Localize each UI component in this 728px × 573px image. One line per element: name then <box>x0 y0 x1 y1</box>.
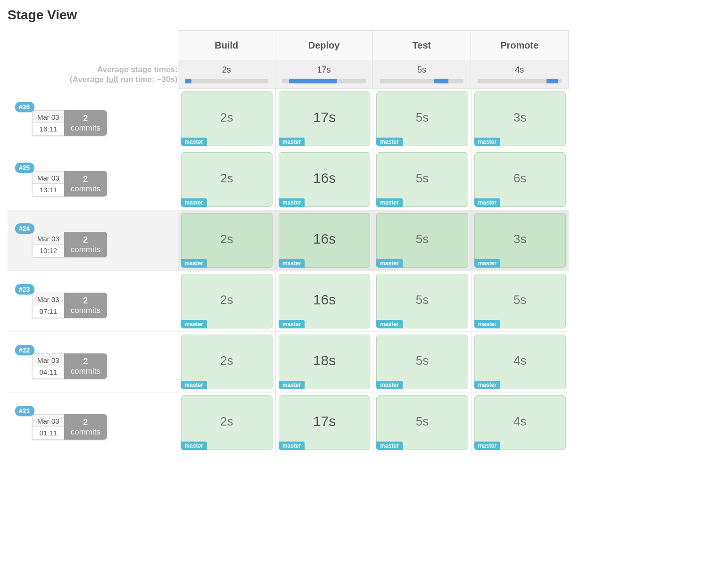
stage-cell[interactable]: 17smaster <box>275 89 373 149</box>
run-row[interactable]: #21Mar 0301:112commits2smaster17smaster5… <box>8 393 569 453</box>
branch-tag[interactable]: master <box>279 138 305 146</box>
branch-tag[interactable]: master <box>474 381 500 389</box>
branch-tag[interactable]: master <box>376 138 402 146</box>
run-number-badge[interactable]: #26 <box>15 102 34 112</box>
stage-cell[interactable]: 5smaster <box>373 393 471 453</box>
stage-cell[interactable]: 4smaster <box>471 332 569 392</box>
branch-tag[interactable]: master <box>279 320 305 328</box>
run-info-box[interactable]: Mar 0316:112commits <box>32 110 107 136</box>
stage-cell[interactable]: 2smaster <box>178 149 275 210</box>
stage-card[interactable]: 5smaster <box>376 152 468 207</box>
stage-card[interactable]: 5smaster <box>376 335 468 389</box>
run-row[interactable]: #22Mar 0304:112commits2smaster18smaster5… <box>8 332 569 393</box>
branch-tag[interactable]: master <box>181 442 207 450</box>
run-commits[interactable]: 2commits <box>64 414 107 440</box>
stage-header-build[interactable]: Build <box>178 30 275 60</box>
stage-card[interactable]: 3smaster <box>474 213 566 268</box>
run-commits[interactable]: 2commits <box>64 232 107 257</box>
stage-cell[interactable]: 2smaster <box>178 393 275 453</box>
stage-cell[interactable]: 5smaster <box>373 149 471 210</box>
stage-cell[interactable]: 2smaster <box>178 210 275 270</box>
stage-card[interactable]: 16smaster <box>279 152 370 207</box>
branch-tag[interactable]: master <box>474 320 500 328</box>
stage-card[interactable]: 5smaster <box>474 274 566 328</box>
run-number-badge[interactable]: #23 <box>15 284 34 295</box>
run-info-box[interactable]: Mar 0304:112commits <box>32 353 107 379</box>
stage-header-promote[interactable]: Promote <box>471 30 569 60</box>
stage-card[interactable]: 16smaster <box>279 274 370 328</box>
stage-card[interactable]: 18smaster <box>279 335 370 389</box>
stage-cell[interactable]: 6smaster <box>471 149 569 210</box>
run-number-badge[interactable]: #24 <box>15 223 34 234</box>
stage-card[interactable]: 2smaster <box>181 395 273 450</box>
run-info-box[interactable]: Mar 0313:112commits <box>32 171 107 196</box>
stage-card[interactable]: 16smaster <box>279 213 370 268</box>
stage-card[interactable]: 2smaster <box>181 335 273 389</box>
stage-card[interactable]: 2smaster <box>181 213 273 268</box>
stage-cell[interactable]: 3smaster <box>471 210 569 270</box>
branch-tag[interactable]: master <box>376 381 402 389</box>
stage-cell[interactable]: 5smaster <box>373 210 471 270</box>
stage-cell[interactable]: 18smaster <box>275 332 373 392</box>
stage-card[interactable]: 2smaster <box>181 274 273 328</box>
stage-cell[interactable]: 2smaster <box>178 89 275 149</box>
branch-tag[interactable]: master <box>474 198 500 207</box>
branch-tag[interactable]: master <box>474 442 500 450</box>
branch-tag[interactable]: master <box>279 259 305 268</box>
run-info-box[interactable]: Mar 0301:112commits <box>32 414 107 440</box>
stage-card[interactable]: 5smaster <box>376 213 468 268</box>
branch-tag[interactable]: master <box>279 442 305 450</box>
run-number-badge[interactable]: #21 <box>15 406 34 416</box>
stage-card[interactable]: 5smaster <box>376 274 468 328</box>
stage-card[interactable]: 17smaster <box>279 395 370 450</box>
stage-cell[interactable]: 17smaster <box>275 393 373 453</box>
run-row[interactable]: #25Mar 0313:112commits2smaster16smaster5… <box>8 149 569 210</box>
run-row[interactable]: #26Mar 0316:112commits2smaster17smaster5… <box>8 89 569 149</box>
branch-tag[interactable]: master <box>279 381 305 389</box>
stage-cell[interactable]: 2smaster <box>178 332 275 392</box>
branch-tag[interactable]: master <box>376 198 402 207</box>
stage-card[interactable]: 5smaster <box>376 395 468 450</box>
stage-cell[interactable]: 5smaster <box>373 271 471 331</box>
branch-tag[interactable]: master <box>474 138 500 146</box>
stage-card[interactable]: 3smaster <box>474 91 566 146</box>
stage-cell[interactable]: 3smaster <box>471 89 569 149</box>
stage-cell[interactable]: 16smaster <box>275 271 373 331</box>
branch-tag[interactable]: master <box>181 381 207 389</box>
branch-tag[interactable]: master <box>181 138 207 146</box>
stage-card[interactable]: 5smaster <box>376 91 468 146</box>
branch-tag[interactable]: master <box>376 442 402 450</box>
stage-card[interactable]: 4smaster <box>474 395 566 450</box>
stage-cell[interactable]: 5smaster <box>373 89 471 149</box>
run-commits[interactable]: 2commits <box>64 293 107 318</box>
stage-header-deploy[interactable]: Deploy <box>275 30 373 60</box>
stage-card[interactable]: 6smaster <box>474 152 566 207</box>
stage-cell[interactable]: 16smaster <box>275 149 373 210</box>
stage-card[interactable]: 2smaster <box>181 152 273 207</box>
run-commits[interactable]: 2commits <box>64 353 107 379</box>
run-number-badge[interactable]: #25 <box>15 163 34 173</box>
run-commits[interactable]: 2commits <box>64 110 107 136</box>
run-number-badge[interactable]: #22 <box>15 345 34 355</box>
stage-cell[interactable]: 4smaster <box>471 393 569 453</box>
stage-cell[interactable]: 5smaster <box>471 271 569 331</box>
stage-card[interactable]: 2smaster <box>181 91 273 146</box>
run-info-box[interactable]: Mar 0307:112commits <box>32 293 107 318</box>
run-commits[interactable]: 2commits <box>64 171 107 196</box>
branch-tag[interactable]: master <box>279 198 305 207</box>
stage-cell[interactable]: 16smaster <box>275 210 373 270</box>
branch-tag[interactable]: master <box>181 259 207 268</box>
branch-tag[interactable]: master <box>474 259 500 268</box>
run-row[interactable]: #24Mar 0310:122commits2smaster16smaster5… <box>8 210 569 271</box>
stage-card[interactable]: 4smaster <box>474 335 566 389</box>
stage-cell[interactable]: 5smaster <box>373 332 471 392</box>
stage-cell[interactable]: 2smaster <box>178 271 275 331</box>
branch-tag[interactable]: master <box>376 320 402 328</box>
stage-card[interactable]: 17smaster <box>279 91 370 146</box>
stage-header-test[interactable]: Test <box>373 30 471 60</box>
run-row[interactable]: #23Mar 0307:112commits2smaster16smaster5… <box>8 271 569 332</box>
branch-tag[interactable]: master <box>376 259 402 268</box>
run-info-box[interactable]: Mar 0310:122commits <box>32 232 107 257</box>
branch-tag[interactable]: master <box>181 198 207 207</box>
branch-tag[interactable]: master <box>181 320 207 328</box>
